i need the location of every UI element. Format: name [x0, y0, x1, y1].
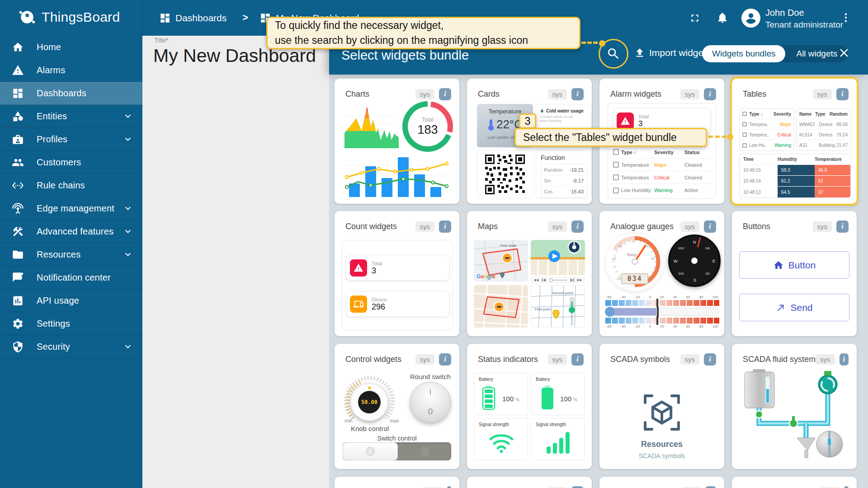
sidebar-item-alarms[interactable]: Alarms — [0, 59, 142, 82]
sidebar-nav: Home Alarms Dashboards Entities Profiles… — [0, 36, 142, 488]
sidebar-item-advanced-features[interactable]: Advanced features — [0, 220, 142, 243]
info-icon[interactable]: i — [844, 486, 849, 488]
breadcrumb-dashboards[interactable]: Dashboards — [159, 0, 226, 36]
knob-value: 50.00 — [358, 391, 381, 413]
info-icon[interactable]: i — [571, 353, 584, 366]
sidebar-item-settings[interactable]: Settings — [0, 312, 142, 335]
checkbox-icon — [742, 112, 747, 116]
sidebar-item-profiles[interactable]: Profiles — [0, 128, 142, 151]
bundle-card-industrial-widgets[interactable]: Industrial widgets sys i — [467, 477, 592, 488]
battery-level-preview: Battery 100 % — [474, 373, 528, 415]
bundle-card-count-widgets[interactable]: Count widgets sys i Total 3 Device 296 — [335, 211, 459, 336]
info-icon[interactable]: i — [704, 221, 716, 233]
info-icon[interactable]: i — [571, 88, 584, 100]
kebab-menu-icon[interactable] — [840, 12, 852, 23]
info-icon[interactable]: i — [571, 486, 584, 488]
checkbox-icon — [613, 188, 619, 193]
info-icon[interactable]: i — [447, 486, 451, 488]
bundle-title: Alarm widgets — [610, 89, 680, 99]
bundle-card-indoor-environment[interactable]: Indoor Environment sys i — [599, 477, 724, 488]
info-icon[interactable]: i — [439, 353, 451, 366]
bundle-card-scada-fluid-system[interactable]: SCADA fluid system sys i — [732, 344, 857, 469]
signal-bars-preview: Signal strength — [531, 418, 585, 460]
bundle-card-tables[interactable]: Tables sys i Type ↓ Severity Tempera.. M… — [732, 79, 857, 204]
sidebar-item-home[interactable]: Home — [0, 36, 142, 59]
info-icon[interactable]: i — [704, 88, 716, 100]
chart-box-icon — [12, 295, 24, 307]
fullscreen-icon[interactable] — [689, 12, 701, 24]
droplet-icon — [540, 108, 544, 113]
skip-next-icon — [570, 278, 574, 282]
info-icon[interactable]: i — [705, 486, 716, 488]
switch-control-preview — [343, 442, 451, 460]
bundle-title: Cards — [478, 89, 548, 99]
warning-icon — [12, 64, 24, 76]
bundle-card-control-widgets[interactable]: Control widgets sys i 50.00 min max Knob… — [335, 344, 459, 469]
map-playback-bar — [531, 277, 585, 283]
entities-icon — [12, 110, 24, 122]
sidebar-item-rule-chains[interactable]: Rule chains — [0, 174, 142, 197]
info-icon[interactable]: i — [836, 88, 849, 100]
bundle-card-outdoor-environment[interactable]: Outdoor Environment sys i — [732, 477, 857, 488]
sidebar-item-customers[interactable]: Customers — [0, 151, 142, 174]
info-icon[interactable]: i — [439, 88, 451, 100]
sys-badge: sys — [415, 354, 435, 365]
bundle-card-scada-symbols[interactable]: SCADA symbols sys i Resources SCADA symb… — [599, 344, 724, 469]
dashboards-icon — [12, 87, 24, 99]
playback-slider — [549, 278, 567, 282]
wifi-signal-preview: Signal strength — [474, 418, 528, 460]
bundle-card-scada-water-system[interactable]: SCADA water system sys i — [335, 477, 459, 488]
chevron-down-icon — [123, 341, 133, 352]
sidebar-item-entities[interactable]: Entities — [0, 105, 142, 128]
sidebar-item-notification-center[interactable]: Notification center — [0, 266, 142, 289]
thingsboard-logo[interactable]: ThingsBoard — [17, 7, 120, 27]
sys-badge: sys — [415, 221, 435, 232]
bundle-title: SCADA symbols — [610, 355, 680, 364]
sys-badge: sys — [548, 354, 567, 365]
bundle-card-analogue-gauges[interactable]: Analogue gauges sys i 0 20 40 100 -100 -… — [599, 211, 724, 336]
sidebar-item-edge-management[interactable]: Edge management — [0, 197, 142, 220]
scada-fluid-diagram — [739, 369, 849, 463]
google-logo: Google — [476, 273, 495, 280]
search-tooltip: To quickly find the necessary widget, us… — [266, 17, 580, 49]
bundle-card-charts[interactable]: Charts sys i Total 183 — [335, 79, 459, 204]
chevron-down-icon — [123, 111, 133, 122]
bundle-title: Status indicators — [478, 355, 548, 364]
fast-rewind-icon — [534, 278, 539, 282]
checkbox-icon — [742, 143, 747, 148]
sys-badge: sys — [680, 221, 700, 232]
bundle-card-maps[interactable]: Maps sys i First route Google — [467, 211, 592, 336]
sidebar-item-security[interactable]: Security — [0, 335, 142, 358]
gauge-lcd-value: 034 — [621, 273, 648, 284]
toggle-widgets-bundles[interactable]: Widgets bundles — [702, 45, 785, 62]
info-icon[interactable]: i — [840, 353, 849, 366]
linear-gauge-preview: -60-40-20020406080100 -60-40-20020406080… — [605, 295, 719, 328]
chevron-down-icon — [123, 203, 133, 214]
chevron-down-icon — [123, 134, 133, 145]
bundle-card-buttons[interactable]: Buttons sys i Button Send — [732, 211, 857, 336]
info-icon[interactable]: i — [439, 221, 451, 233]
folder-icon — [12, 249, 24, 261]
close-icon[interactable] — [837, 46, 851, 60]
breadcrumb-separator: > — [242, 12, 248, 23]
bundle-title: SCADA fluid system — [743, 355, 816, 364]
info-icon[interactable]: i — [571, 221, 584, 233]
sidebar-item-dashboards[interactable]: Dashboards — [0, 82, 142, 105]
bundle-title: Buttons — [743, 222, 813, 231]
info-icon[interactable]: i — [704, 353, 716, 366]
sidebar-item-resources[interactable]: Resources — [0, 243, 142, 266]
bundle-card-status-indicators[interactable]: Status indicators sys i Battery 100 % Ba… — [467, 344, 592, 469]
home-icon — [12, 41, 24, 53]
bundle-title: Control widgets — [345, 355, 415, 364]
sidebar-item-api-usage[interactable]: API usage — [0, 289, 142, 312]
sys-badge: sys — [680, 89, 700, 99]
battery-solid-preview: Battery 100 % — [531, 373, 585, 415]
notifications-bell-icon[interactable] — [716, 11, 729, 24]
user-avatar[interactable] — [741, 9, 760, 28]
tooltip-connector-dot — [727, 134, 733, 140]
info-icon[interactable]: i — [836, 221, 849, 233]
import-widget-button[interactable]: Import widget — [634, 47, 706, 59]
rule-chain-icon — [12, 179, 24, 192]
sys-badge: sys — [415, 89, 435, 99]
alarm-icon — [617, 113, 634, 130]
